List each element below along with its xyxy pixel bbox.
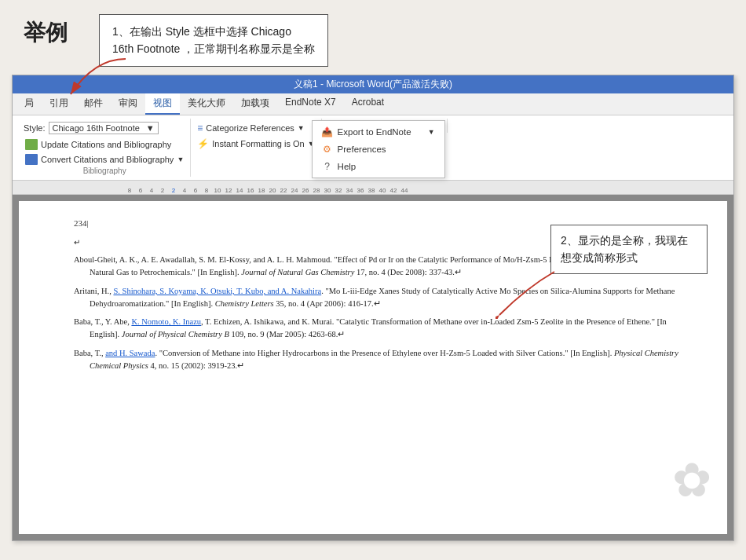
style-select[interactable]: Chicago 16th Footnote ▼ [49,122,159,134]
ruler-mark: 40 [377,187,388,194]
style-dropdown-row: Style: Chicago 16th Footnote ▼ [24,122,185,134]
tab-view[interactable]: 视图 [145,93,180,115]
ruler-mark: 26 [300,187,311,194]
style-value: Chicago 16th Footnote [53,123,140,133]
ruler-marks: 8 6 4 2 2 4 6 8 10 12 14 16 18 20 22 24 … [14,181,410,194]
journal-2: Chemistry Letters [215,299,274,308]
ref-link-3a: K. Nomoto, K. Inazu [131,317,201,326]
ref-link-4a: and H. Sawada [105,349,155,357]
ribbon-tools-section: 📤 Export to EndNote ▼ ⚙ Preferences ? He… [322,119,448,133]
ruler-mark: 34 [344,187,355,194]
ruler-mark: 2 [157,187,168,194]
arrow-1-icon [47,51,141,98]
ruler-mark: 20 [267,187,278,194]
header-section: 举例 1、在输出 Style 选框中选择 Chicago 16th Footno… [0,0,746,75]
export-arrow-icon: ▼ [428,128,435,136]
help-item[interactable]: ? Help [313,158,444,175]
ruler-mark: 36 [355,187,366,194]
ruler-mark: 32 [333,187,344,194]
export-endnote-label: Export to EndNote [338,127,411,137]
tab-endnote[interactable]: EndNote X7 [277,93,344,115]
ruler-mark: 30 [322,187,333,194]
ruler-mark: 44 [399,187,410,194]
ruler-mark: 6 [135,187,146,194]
ref-link-2a: S. Shinohara, S. Koyama, K. Otsuki, T. K… [113,287,321,295]
callout-box-2: 2、显示的是全称，我现在想变成简称形式 [550,225,708,274]
tab-addins[interactable]: 加载项 [233,93,277,115]
doc-area: 2、显示的是全称，我现在想变成简称形式 234| ↵ Aboul-Gheit, … [13,195,733,540]
ruler-mark: 24 [289,187,300,194]
ruler-mark: 16 [245,187,256,194]
categorize-arrow-icon: ▼ [298,124,305,132]
ruler-mark: 42 [388,187,399,194]
convert-citations-label: Convert Citations and Bibliography [41,155,174,164]
export-endnote-item[interactable]: 📤 Export to EndNote ▼ [313,123,444,141]
ruler-mark-center: 2 [168,187,179,194]
dropdown-arrow-icon: ▼ [146,123,155,133]
update-citations-label: Update Citations and Bibliography [41,140,171,149]
convert-arrow-icon: ▼ [177,156,184,163]
categorize-label: Categorize References [206,123,294,133]
bibliography-label: Bibliography [19,167,190,175]
export-icon: 📤 [322,126,333,137]
prefs-icon: ⚙ [322,144,333,155]
style-label: Style: [24,123,46,133]
ruler-mark: 22 [278,187,289,194]
categorize-icon: ≡ [197,123,203,134]
categorize-button[interactable]: ≡ Categorize References ▼ [196,122,316,134]
ribbon-content: Style: Chicago 16th Footnote ▼ Update Ci… [13,115,733,181]
ruler-mark: 14 [234,187,245,194]
ruler-mark: 4 [146,187,157,194]
ruler-mark: 28 [311,187,322,194]
doc-page: 2、显示的是全称，我现在想变成简称形式 234| ↵ Aboul-Gheit, … [19,201,727,534]
ref-entry-4: Baba, T., and H. Sawada. "Conversion of … [74,347,688,372]
arrow-2-icon [496,264,558,319]
instant-formatting-button[interactable]: ⚡ Instant Formatting is On ▼ [196,137,316,150]
help-label: Help [338,162,357,171]
convert-citations-button[interactable]: Convert Citations and Bibliography ▼ [24,153,185,166]
ref-entry-3: Baba, T., Y. Abe, K. Nomoto, K. Inazu, T… [74,316,688,341]
tab-beautify[interactable]: 美化大师 [180,93,233,115]
journal-1: Journal of Natural Gas Chemistry [241,268,354,276]
ruler-mark: 8 [201,187,212,194]
update-citations-button[interactable]: Update Citations and Bibliography [24,138,185,151]
instant-formatting-label: Instant Formatting is On [212,139,304,148]
preferences-item[interactable]: ⚙ Preferences [313,141,444,158]
ruler-mark: 4 [179,187,190,194]
preferences-label: Preferences [338,145,386,154]
watermark: ✿ [672,443,711,518]
ruler-mark: 38 [366,187,377,194]
word-window: 义稿1 - Microsoft Word(产品激活失败) 局 引用 邮件 审阅 … [12,75,734,541]
ribbon-bibliography-section: Style: Chicago 16th Footnote ▼ Update Ci… [19,119,191,177]
instruction-line1: 1、在输出 Style 选框中选择 Chicago [112,23,315,40]
convert-icon [25,154,38,165]
ruler-mark: 10 [212,187,223,194]
example-title: 举例 [24,18,68,48]
journal-3: Journal of Physical Chemistry B [122,330,229,339]
ref-entry-2: Aritani, H., S. Shinohara, S. Koyama, K.… [74,285,688,310]
tools-dropdown-menu: 📤 Export to EndNote ▼ ⚙ Preferences ? He… [312,120,445,178]
callout2-text: 2、显示的是全称，我现在想变成简称形式 [561,234,688,264]
instant-icon: ⚡ [197,138,209,149]
ruler-mark: 6 [190,187,201,194]
update-icon [25,139,38,150]
instruction-line2: 16th Footnote ，正常期刊名称显示是全称 [112,40,315,57]
tab-ju[interactable]: 局 [16,93,42,115]
ribbon-middle-section: ≡ Categorize References ▼ ⚡ Instant Form… [191,119,321,161]
ruler-mark: 12 [223,187,234,194]
ruler: 8 6 4 2 2 4 6 8 10 12 14 16 18 20 22 24 … [13,181,733,195]
journal-4: Physical Chemistry Chemical Physics [90,349,678,370]
help-icon: ? [322,161,333,172]
title-bar-text: 义稿1 - Microsoft Word(产品激活失败) [294,79,452,90]
ruler-mark: 18 [256,187,267,194]
tab-acrobat[interactable]: Acrobat [344,93,392,115]
ruler-mark: 8 [124,187,135,194]
